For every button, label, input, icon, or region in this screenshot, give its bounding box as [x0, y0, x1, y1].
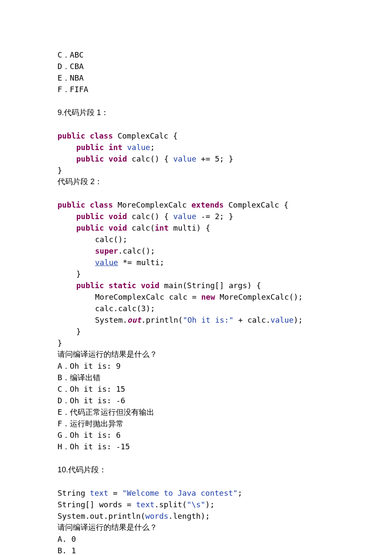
option-label: G — [58, 431, 70, 439]
option-text: 1 — [72, 546, 76, 555]
option-label: A. — [58, 535, 72, 543]
option-text: Oh it is: 9 — [70, 361, 121, 370]
option: FFIFA — [58, 84, 341, 95]
q9-mid: 代码片段 2： — [58, 176, 341, 188]
option: A. 0 — [58, 533, 341, 545]
q9-question: 请问编译运行的结果是什么？ — [58, 349, 341, 360]
q9-header: 9.代码片段 1： — [58, 107, 341, 119]
option-text: ABC — [70, 50, 84, 59]
option: HOh it is: -15 — [58, 441, 341, 452]
option: CABC — [58, 49, 341, 61]
q10-options: A. 0B. 1C. 4D. 编译出错E. 运行时抛出一个异常 — [58, 533, 341, 555]
q9-code-snippet-2: public class MoreComplexCalc extends Com… — [58, 188, 341, 349]
option: GOh it is: 6 — [58, 429, 341, 441]
option-text: 0 — [72, 535, 76, 543]
option: ENBA — [58, 72, 341, 84]
option-text: Oh it is: -15 — [70, 442, 130, 451]
option-text: Oh it is: -6 — [70, 396, 125, 405]
option-label: H — [58, 442, 70, 451]
option-label: B — [58, 373, 70, 382]
option: B. 1 — [58, 545, 341, 555]
option-text: 代码正常运行但没有输出 — [70, 408, 154, 416]
option: DOh it is: -6 — [58, 395, 341, 406]
option-label: F — [58, 419, 70, 428]
option-label: D — [58, 396, 70, 405]
q9-code-snippet-1: public class ComplexCalc { public int va… — [58, 119, 341, 176]
option-text: CBA — [70, 62, 84, 71]
option-label: A — [58, 361, 70, 370]
option-text: Oh it is: 15 — [70, 384, 125, 393]
q10-question: 请问编译运行的结果是什么？ — [58, 522, 341, 533]
option: E代码正常运行但没有输出 — [58, 406, 341, 418]
option: B编译出错 — [58, 372, 341, 383]
option-label: B. — [58, 546, 72, 555]
option-text: Oh it is: 6 — [70, 431, 121, 439]
prev-options: CABC DCBA ENBA FFIFA — [58, 49, 341, 95]
option-label: E — [58, 73, 70, 82]
option: COh it is: 15 — [58, 383, 341, 395]
q10-header: 10.代码片段： — [58, 464, 341, 476]
option-label: E — [58, 408, 70, 416]
option-text: 编译出错 — [70, 373, 101, 382]
option-label: C — [58, 50, 70, 59]
option-text: 运行时抛出异常 — [70, 419, 124, 428]
option: F运行时抛出异常 — [58, 418, 341, 429]
option-label: C — [58, 384, 70, 393]
option: AOh it is: 9 — [58, 360, 341, 372]
option-text: NBA — [70, 73, 84, 82]
q10-code-snippet: String text = "Welcome to Java contest";… — [58, 476, 341, 522]
q9-options: AOh it is: 9B编译出错COh it is: 15DOh it is:… — [58, 360, 341, 452]
option-text: FIFA — [70, 85, 88, 94]
option-label: D — [58, 62, 70, 71]
option-label: F — [58, 85, 70, 94]
option: DCBA — [58, 61, 341, 72]
